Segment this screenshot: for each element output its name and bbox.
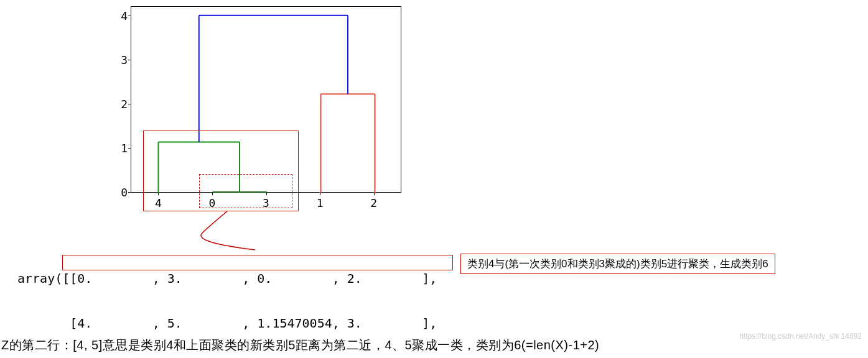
y-tick-0: 0 — [109, 186, 128, 199]
array-row-highlight — [62, 255, 453, 270]
x-label-3: 1 — [317, 196, 324, 209]
highlight-box-dashed — [199, 174, 292, 208]
array-row-0: array([[0. , 3. , 0. , 2. ], — [17, 271, 444, 286]
y-tick-2: 2 — [109, 98, 128, 111]
array-row-1: [4. , 5. , 1.15470054, 3. ], — [17, 316, 444, 331]
cluster-1-2 — [321, 94, 375, 193]
annotation-label: 类别4与(第一次类别0和类别3聚成的)类别5进行聚类，生成类别6 — [460, 254, 775, 274]
x-label-4: 2 — [370, 196, 377, 209]
cluster-top — [199, 16, 348, 142]
y-tick-3: 3 — [109, 53, 128, 67]
watermark: https://blog.csdn.net/Andy_shi 14892 — [739, 332, 862, 341]
y-tick-1: 1 — [109, 142, 128, 155]
y-tick-4: 4 — [109, 9, 128, 22]
bottom-caption: Z的第二行：[4, 5]意思是类别4和上面聚类的新类别5距离为第二近，4、5聚成… — [1, 337, 599, 354]
